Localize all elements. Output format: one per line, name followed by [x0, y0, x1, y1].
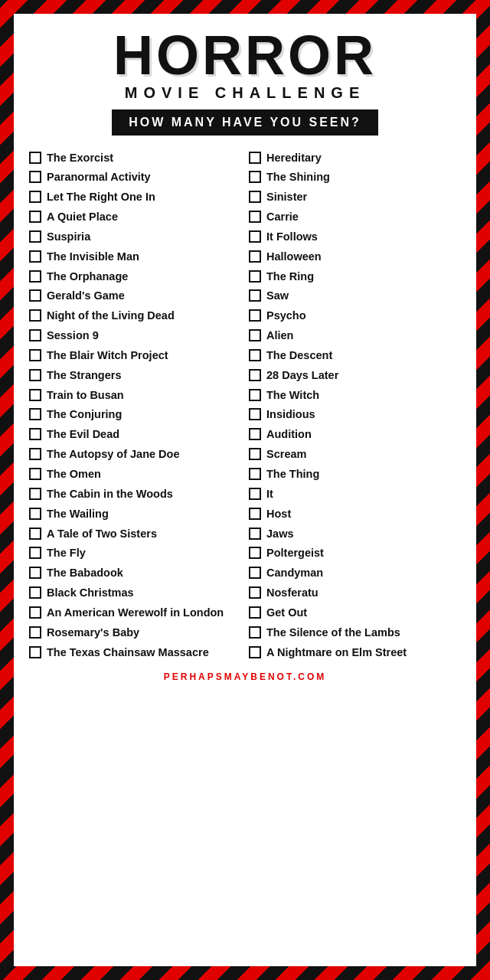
- checkbox[interactable]: [249, 349, 261, 361]
- checkbox[interactable]: [29, 547, 41, 559]
- checkbox[interactable]: [249, 508, 261, 520]
- checkbox[interactable]: [29, 567, 41, 579]
- list-item[interactable]: Audition: [249, 425, 461, 445]
- checkbox[interactable]: [249, 586, 261, 599]
- checkbox[interactable]: [29, 329, 41, 341]
- list-item[interactable]: Night of the Living Dead: [29, 306, 241, 326]
- checkbox[interactable]: [249, 428, 261, 440]
- checkbox[interactable]: [29, 389, 41, 401]
- list-item[interactable]: It: [249, 484, 461, 504]
- checkbox[interactable]: [249, 468, 261, 480]
- list-item[interactable]: The Ring: [249, 266, 461, 286]
- checkbox[interactable]: [249, 547, 261, 559]
- checkbox[interactable]: [249, 211, 261, 223]
- list-item[interactable]: An American Werewolf in London: [29, 603, 241, 622]
- list-item[interactable]: A Quiet Place: [29, 207, 241, 227]
- list-item[interactable]: The Evil Dead: [29, 425, 241, 445]
- list-item[interactable]: Candyman: [249, 564, 461, 583]
- list-item[interactable]: Carrie: [249, 207, 461, 227]
- checkbox[interactable]: [249, 289, 261, 302]
- list-item[interactable]: A Nightmare on Elm Street: [249, 642, 461, 662]
- checkbox[interactable]: [249, 230, 261, 243]
- list-item[interactable]: Train to Busan: [29, 385, 241, 405]
- checkbox[interactable]: [29, 528, 41, 540]
- list-item[interactable]: Session 9: [29, 326, 241, 346]
- list-item[interactable]: Gerald's Game: [29, 286, 241, 306]
- list-item[interactable]: Psycho: [249, 306, 461, 326]
- list-item[interactable]: The Silence of the Lambs: [249, 622, 461, 642]
- list-item[interactable]: Let The Right One In: [29, 188, 241, 207]
- list-item[interactable]: 28 Days Later: [249, 365, 461, 385]
- list-item[interactable]: Jaws: [249, 524, 461, 544]
- list-item[interactable]: It Follows: [249, 227, 461, 247]
- list-item[interactable]: A Tale of Two Sisters: [29, 524, 241, 544]
- list-item[interactable]: The Autopsy of Jane Doe: [29, 445, 241, 465]
- list-item[interactable]: The Invisible Man: [29, 247, 241, 266]
- list-item[interactable]: The Shining: [249, 168, 461, 188]
- checkbox[interactable]: [29, 586, 41, 599]
- checkbox[interactable]: [249, 606, 261, 619]
- list-item[interactable]: Alien: [249, 326, 461, 346]
- list-item[interactable]: Halloween: [249, 247, 461, 266]
- list-item[interactable]: The Conjuring: [29, 405, 241, 425]
- checkbox[interactable]: [249, 626, 261, 639]
- list-item[interactable]: The Strangers: [29, 365, 241, 385]
- checkbox[interactable]: [29, 230, 41, 243]
- list-item[interactable]: Get Out: [249, 603, 461, 622]
- list-item[interactable]: Host: [249, 504, 461, 524]
- checkbox[interactable]: [249, 171, 261, 183]
- checkbox[interactable]: [29, 508, 41, 520]
- checkbox[interactable]: [29, 171, 41, 183]
- checkbox[interactable]: [249, 270, 261, 283]
- list-item[interactable]: The Exorcist: [29, 148, 241, 168]
- list-item[interactable]: Poltergeist: [249, 544, 461, 564]
- checkbox[interactable]: [29, 626, 41, 639]
- checkbox[interactable]: [29, 309, 41, 322]
- checkbox[interactable]: [249, 408, 261, 420]
- list-item[interactable]: Hereditary: [249, 148, 461, 168]
- list-item[interactable]: The Cabin in the Woods: [29, 484, 241, 504]
- checkbox[interactable]: [29, 606, 41, 619]
- checkbox[interactable]: [29, 646, 41, 658]
- list-item[interactable]: Sinister: [249, 188, 461, 207]
- checkbox[interactable]: [29, 488, 41, 500]
- list-item[interactable]: The Blair Witch Project: [29, 345, 241, 365]
- checkbox[interactable]: [249, 488, 261, 500]
- list-item[interactable]: Paranormal Activity: [29, 168, 241, 188]
- checkbox[interactable]: [249, 567, 261, 579]
- list-item[interactable]: Nosferatu: [249, 583, 461, 603]
- checkbox[interactable]: [249, 152, 261, 164]
- checkbox[interactable]: [29, 349, 41, 361]
- checkbox[interactable]: [249, 448, 261, 460]
- checkbox[interactable]: [249, 528, 261, 540]
- checkbox[interactable]: [249, 646, 261, 658]
- list-item[interactable]: The Omen: [29, 465, 241, 485]
- list-item[interactable]: The Descent: [249, 345, 461, 365]
- list-item[interactable]: The Fly: [29, 544, 241, 564]
- checkbox[interactable]: [29, 468, 41, 480]
- list-item[interactable]: Black Christmas: [29, 583, 241, 603]
- checkbox[interactable]: [249, 309, 261, 322]
- checkbox[interactable]: [29, 270, 41, 283]
- checkbox[interactable]: [29, 191, 41, 203]
- checkbox[interactable]: [249, 369, 261, 381]
- list-item[interactable]: Scream: [249, 445, 461, 465]
- checkbox[interactable]: [29, 369, 41, 381]
- list-item[interactable]: Rosemary's Baby: [29, 622, 241, 642]
- list-item[interactable]: The Texas Chainsaw Massacre: [29, 642, 241, 662]
- checkbox[interactable]: [29, 152, 41, 164]
- checkbox[interactable]: [249, 191, 261, 203]
- checkbox[interactable]: [249, 329, 261, 341]
- list-item[interactable]: Insidious: [249, 405, 461, 425]
- checkbox[interactable]: [29, 250, 41, 263]
- checkbox[interactable]: [29, 448, 41, 460]
- list-item[interactable]: The Witch: [249, 385, 461, 405]
- checkbox[interactable]: [29, 428, 41, 440]
- checkbox[interactable]: [249, 389, 261, 401]
- list-item[interactable]: The Thing: [249, 465, 461, 485]
- list-item[interactable]: The Wailing: [29, 504, 241, 524]
- checkbox[interactable]: [29, 211, 41, 223]
- checkbox[interactable]: [29, 289, 41, 302]
- list-item[interactable]: The Orphanage: [29, 266, 241, 286]
- list-item[interactable]: Suspiria: [29, 227, 241, 247]
